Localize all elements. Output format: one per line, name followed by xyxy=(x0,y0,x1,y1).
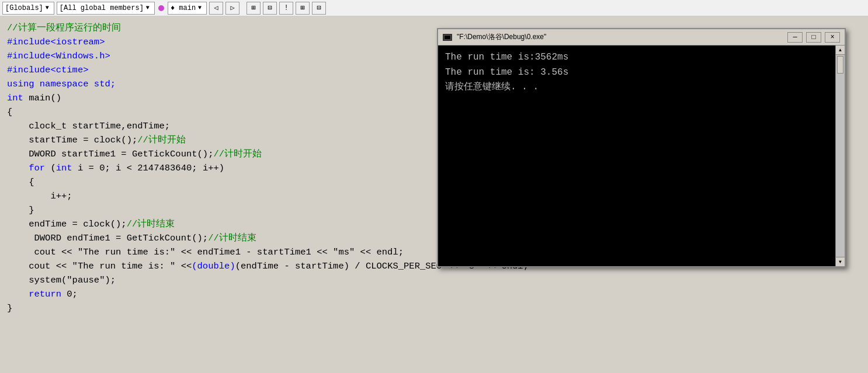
scroll-up-button[interactable]: ▲ xyxy=(836,46,845,55)
toolbar-btn-1[interactable]: ◁ xyxy=(209,2,223,15)
minimize-button[interactable]: — xyxy=(787,32,803,43)
terminal-scrollbar[interactable]: ▲ ▼ xyxy=(835,46,845,266)
all-global-members-dropdown[interactable]: [All global members] ▼ xyxy=(57,2,155,15)
terminal-body: The run time is:3562ms The run time is: … xyxy=(438,46,835,266)
main-arrow-icon: ▼ xyxy=(198,5,202,11)
dot-icon xyxy=(158,5,164,11)
terminal-window: "F:\Demo\洛谷\Debug\0.exe" — □ × The run t… xyxy=(437,28,846,267)
terminal-line1: The run time is:3562ms xyxy=(445,52,568,62)
terminal-line2: The run time is: 3.56s xyxy=(445,67,568,78)
all-global-members-label: [All global members] xyxy=(60,4,144,12)
terminal-output: The run time is:3562ms The run time is: … xyxy=(445,50,828,95)
terminal-title: "F:\Demo\洛谷\Debug\0.exe" xyxy=(457,32,787,42)
toolbar-btn-7[interactable]: ⊟ xyxy=(312,2,326,15)
terminal-controls: — □ × xyxy=(787,32,840,43)
main-area: //计算一段程序运行的时间 #include<iostream> #includ… xyxy=(0,16,868,373)
scroll-thumb[interactable] xyxy=(837,56,843,74)
main-label: ♦ main xyxy=(171,4,196,12)
close-button[interactable]: × xyxy=(825,32,840,43)
toolbar-btn-6[interactable]: ⊞ xyxy=(296,2,310,15)
code-line-return: return 0; xyxy=(0,287,868,301)
scroll-down-button[interactable]: ▼ xyxy=(836,257,845,266)
main-dropdown[interactable]: ♦ main ▼ xyxy=(168,2,207,15)
terminal-app-icon xyxy=(443,34,452,41)
terminal-titlebar: "F:\Demo\洛谷\Debug\0.exe" — □ × xyxy=(438,29,845,46)
maximize-button[interactable]: □ xyxy=(806,32,821,43)
toolbar-btn-2[interactable]: ▷ xyxy=(225,2,239,15)
terminal-line3: 请按任意键继续. . . xyxy=(445,82,539,92)
code-line-system: system("pause"); xyxy=(0,273,868,287)
terminal-body-row: The run time is:3562ms The run time is: … xyxy=(438,46,845,266)
code-line-brace-close: } xyxy=(0,301,868,315)
globals-dropdown[interactable]: [Globals] ▼ xyxy=(2,2,54,15)
globals-arrow-icon: ▼ xyxy=(46,5,49,11)
toolbar-btn-3[interactable]: ⊞ xyxy=(246,2,261,15)
toolbar: [Globals] ▼ [All global members] ▼ ♦ mai… xyxy=(0,0,868,16)
toolbar-btn-4[interactable]: ⊟ xyxy=(263,2,277,15)
globals-label: [Globals] xyxy=(5,4,43,12)
all-members-arrow-icon: ▼ xyxy=(146,5,150,11)
toolbar-btn-5[interactable]: ! xyxy=(279,2,293,15)
